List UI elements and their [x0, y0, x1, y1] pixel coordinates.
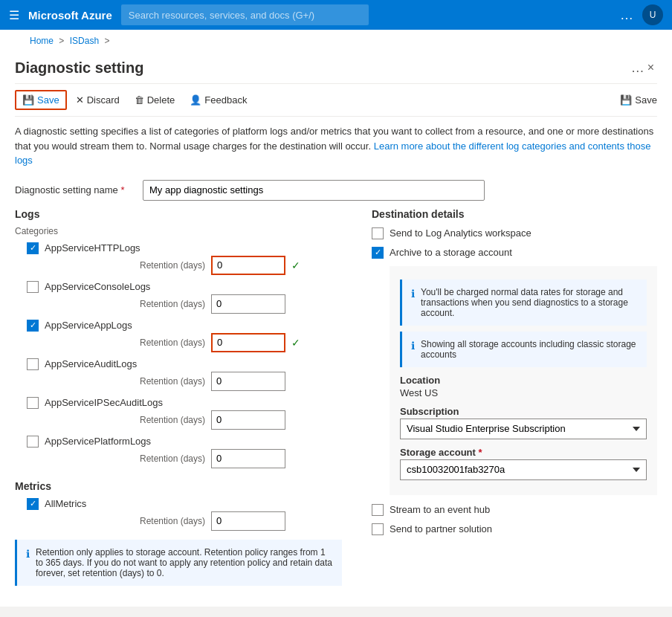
brand-name: Microsoft Azure	[28, 9, 112, 22]
retention-row-AppServiceAuditLogs: Retention (days)	[140, 372, 342, 391]
retention-input-AppServiceAuditLogs[interactable]	[211, 372, 285, 391]
checkbox-AppServiceIPSecAuditLogs[interactable]	[27, 397, 39, 409]
metric-retention-label-AllMetrics: Retention (days)	[140, 516, 205, 526]
metric-label-AllMetrics: AllMetrics	[45, 498, 86, 509]
retention-label-AppServiceConsoleLogs: Retention (days)	[140, 299, 205, 309]
retention-row-AppServiceIPSecAuditLogs: Retention (days)	[140, 410, 342, 430]
nav-ellipsis[interactable]: …	[620, 7, 633, 23]
log-item-wrapper-AppServiceAppLogs: AppServiceAppLogsRetention (days)✓	[15, 320, 342, 352]
retention-label-AppServicePlatformLogs: Retention (days)	[140, 453, 205, 464]
event-hub-checkbox[interactable]	[372, 504, 384, 516]
retention-info-box: ℹ Retention only applies to storage acco…	[15, 540, 342, 586]
retention-row-AppServiceAppLogs: Retention (days)✓	[140, 333, 342, 352]
top-navigation: ☰ Microsoft Azure … U	[0, 0, 672, 30]
log-label-AppServiceIPSecAuditLogs: AppServiceIPSecAuditLogs	[45, 397, 163, 408]
log-item-AppServiceConsoleLogs: AppServiceConsoleLogs	[27, 281, 342, 293]
retention-input-AppServicePlatformLogs[interactable]	[211, 449, 285, 468]
log-analytics-checkbox[interactable]	[372, 227, 384, 239]
retention-input-AppServiceConsoleLogs[interactable]	[211, 294, 285, 314]
log-item-AppServiceAppLogs: AppServiceAppLogs	[27, 320, 342, 332]
save-button[interactable]: 💾 Save	[15, 90, 67, 110]
log-item-wrapper-AppServiceConsoleLogs: AppServiceConsoleLogsRetention (days)	[15, 281, 342, 314]
location-label: Location	[400, 375, 647, 386]
delete-button[interactable]: 🗑 Delete	[129, 91, 181, 109]
log-label-AppServiceAppLogs: AppServiceAppLogs	[45, 320, 132, 331]
close-button[interactable]: ×	[644, 58, 657, 77]
retention-label-AppServiceAuditLogs: Retention (days)	[140, 376, 205, 387]
log-label-AppServiceHTTPLogs: AppServiceHTTPLogs	[45, 242, 140, 253]
log-item-AppServiceHTTPLogs: AppServiceHTTPLogs	[27, 242, 342, 254]
metric-retention-row-AllMetrics: Retention (days)	[140, 511, 342, 531]
retention-checkmark-AppServiceAppLogs: ✓	[291, 337, 300, 349]
panel-title-ellipsis[interactable]: …	[631, 60, 644, 76]
metric-retention-input-AllMetrics[interactable]	[211, 511, 285, 531]
subscription-label: Subscription	[400, 406, 647, 417]
log-item-wrapper-AppServiceAuditLogs: AppServiceAuditLogsRetention (days)	[15, 358, 342, 391]
info-icon: ℹ	[26, 548, 30, 578]
hamburger-icon[interactable]: ☰	[9, 8, 19, 22]
event-hub-label: Stream to an event hub	[390, 504, 490, 515]
metric-item-wrapper-AllMetrics: AllMetricsRetention (days)	[15, 498, 342, 531]
diagnostic-name-input[interactable]	[143, 180, 485, 201]
storage-account-label: Storage account *	[400, 447, 647, 458]
checkbox-AppServiceAuditLogs[interactable]	[27, 358, 39, 370]
retention-input-AppServiceAppLogs[interactable]	[211, 333, 285, 352]
checkbox-AppServiceAppLogs[interactable]	[27, 320, 39, 332]
content-area: Logs Categories AppServiceHTTPLogsRetent…	[15, 208, 657, 592]
checkbox-AppServiceConsoleLogs[interactable]	[27, 281, 39, 293]
storage-account-select[interactable]: csb10032001fab3270a	[400, 459, 647, 480]
info-icon-storage: ℹ	[411, 288, 415, 318]
discard-icon: ✕	[76, 94, 84, 106]
subscription-select[interactable]: Visual Studio Enterprise Subscription	[400, 419, 647, 439]
log-item-AppServicePlatformLogs: AppServicePlatformLogs	[27, 436, 342, 448]
storage-account-field: Storage account * csb10032001fab3270a	[400, 447, 647, 480]
avatar[interactable]: U	[642, 4, 663, 25]
retention-row-AppServiceConsoleLogs: Retention (days)	[140, 294, 342, 314]
panel-header: Diagnostic setting … ×	[15, 49, 657, 84]
log-item-wrapper-AppServiceHTTPLogs: AppServiceHTTPLogsRetention (days)✓	[15, 242, 342, 275]
logs-panel: Logs Categories AppServiceHTTPLogsRetent…	[15, 208, 342, 592]
metric-checkbox-AllMetrics[interactable]	[27, 498, 39, 510]
log-label-AppServiceConsoleLogs: AppServiceConsoleLogs	[45, 281, 150, 292]
storage-account-checkbox[interactable]	[372, 247, 384, 259]
storage-info-box1: ℹ You'll be charged normal data rates fo…	[400, 280, 647, 326]
log-item-AppServiceIPSecAuditLogs: AppServiceIPSecAuditLogs	[27, 397, 342, 409]
breadcrumb-sep1: >	[59, 36, 64, 46]
retention-input-AppServiceHTTPLogs[interactable]	[211, 256, 285, 275]
log-item-AppServiceAuditLogs: AppServiceAuditLogs	[27, 358, 342, 370]
metrics-section-title: Metrics	[15, 480, 342, 492]
log-items-container: AppServiceHTTPLogsRetention (days)✓AppSe…	[15, 242, 342, 468]
log-label-AppServiceAuditLogs: AppServiceAuditLogs	[45, 358, 137, 369]
retention-label-AppServiceAppLogs: Retention (days)	[140, 337, 205, 348]
retention-input-AppServiceIPSecAuditLogs[interactable]	[211, 410, 285, 430]
retention-row-AppServiceHTTPLogs: Retention (days)✓	[140, 256, 342, 275]
breadcrumb-isdash[interactable]: ISDash	[70, 36, 99, 46]
save-icon: 💾	[22, 94, 34, 106]
partner-label: Send to partner solution	[390, 523, 492, 534]
feedback-button[interactable]: 👤 Feedback	[184, 91, 253, 109]
retention-label-AppServiceHTTPLogs: Retention (days)	[140, 260, 205, 271]
dest-option-partner: Send to partner solution	[372, 523, 657, 535]
storage-account-label: Archive to a storage account	[390, 247, 512, 258]
checkbox-AppServiceHTTPLogs[interactable]	[27, 242, 39, 254]
description-text: A diagnostic setting specifies a list of…	[15, 117, 657, 172]
panel-title: Diagnostic setting	[15, 59, 625, 77]
breadcrumb-home[interactable]: Home	[30, 36, 54, 46]
search-input[interactable]	[121, 4, 369, 25]
dest-option-log-analytics: Send to Log Analytics workspace	[372, 227, 657, 239]
categories-label: Categories	[15, 226, 342, 236]
dest-option-event-hub: Stream to an event hub	[372, 504, 657, 516]
diagnostic-name-label: Diagnostic setting name *	[15, 184, 134, 196]
partner-checkbox[interactable]	[372, 523, 384, 535]
toolbar: 💾 Save ✕ Discard 🗑 Delete 👤 Feedback 💾 S…	[15, 84, 657, 117]
required-indicator: *	[120, 184, 124, 196]
checkbox-AppServicePlatformLogs[interactable]	[27, 436, 39, 448]
destination-panel: Destination details Send to Log Analytic…	[372, 208, 657, 592]
retention-label-AppServiceIPSecAuditLogs: Retention (days)	[140, 415, 205, 425]
retention-checkmark-AppServiceHTTPLogs: ✓	[291, 259, 300, 271]
metrics-section: Metrics AllMetricsRetention (days)	[15, 480, 342, 531]
discard-button[interactable]: ✕ Discard	[70, 91, 126, 109]
storage-sub-panel: ℹ You'll be charged normal data rates fo…	[390, 266, 657, 495]
storage-info-box2: ℹ Showing all storage accounts including…	[400, 332, 647, 367]
breadcrumb-sep2: >	[104, 36, 109, 46]
